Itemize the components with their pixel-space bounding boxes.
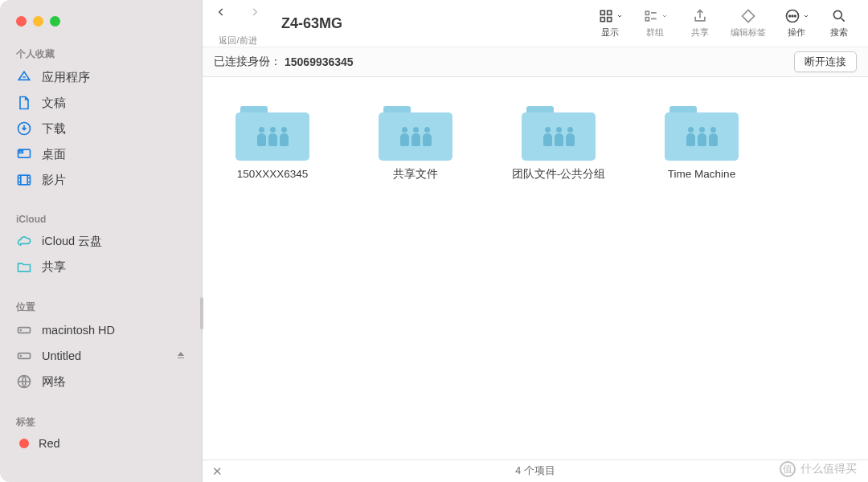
svg-rect-11: [600, 18, 604, 22]
folder-grid: 150XXXX6345 共享文件 团队文件-公共分组 Time Machine: [203, 77, 868, 460]
window-controls: [0, 16, 202, 27]
toolbar-label: 群组: [646, 27, 664, 39]
fullscreen-icon[interactable]: [50, 16, 60, 27]
watermark: 值 什么值得买: [780, 461, 857, 477]
hdd-icon: [16, 348, 32, 364]
shared-folder-icon: [522, 106, 596, 161]
shared-folder-icon: [16, 259, 32, 275]
item-count: 4 个项目: [515, 464, 555, 478]
shared-folder-icon: [665, 106, 739, 161]
sidebar-item-network[interactable]: 网络: [0, 369, 202, 394]
folder-name: 团队文件-公共分组: [512, 167, 606, 182]
sidebar-item-macintosh-hd[interactable]: macintosh HD: [0, 317, 202, 343]
folder-name: Time Machine: [668, 167, 735, 182]
folder-item[interactable]: 共享文件: [363, 106, 468, 182]
view-mode-button[interactable]: 显示: [590, 8, 630, 39]
globe-icon: [16, 374, 32, 390]
sidebar-item-label: Untitled: [42, 349, 81, 362]
sidebar-item-label: macintosh HD: [42, 324, 115, 337]
toolbar-label: 显示: [601, 27, 619, 39]
svg-rect-12: [607, 18, 611, 22]
svg-point-7: [20, 356, 21, 357]
sidebar-item-label: iCloud 云盘: [42, 234, 102, 249]
sidebar-item-label: 文稿: [42, 96, 66, 111]
sidebar-item-tag-red[interactable]: Red: [0, 432, 202, 455]
edit-tags-button[interactable]: 编辑标签: [725, 8, 772, 39]
close-icon[interactable]: [16, 16, 27, 27]
sidebar-item-downloads[interactable]: 下载: [0, 116, 202, 141]
sidebar-item-icloud-drive[interactable]: iCloud 云盘: [0, 228, 202, 254]
main-pane: 返回/前进 Z4-63MG 显示 群组 共享 编辑标签: [203, 0, 868, 482]
sidebar-item-label: Red: [39, 437, 60, 450]
sidebar-item-untitled[interactable]: Untitled: [0, 343, 202, 369]
search-button[interactable]: 搜索: [821, 8, 857, 39]
sidebar-item-label: 网络: [42, 374, 66, 390]
sidebar-item-apps[interactable]: 应用程序: [0, 64, 202, 90]
window-title: Z4-63MG: [281, 15, 585, 32]
svg-point-5: [20, 330, 21, 331]
toolbar-label: 搜索: [830, 27, 848, 39]
sidebar: 个人收藏 应用程序 文稿 下载 桌面 影片 iCloud iCloud 云盘 共…: [0, 0, 203, 482]
path-bar-close-icon[interactable]: ✕: [212, 464, 223, 479]
folder-item[interactable]: 150XXXX6345: [220, 106, 325, 182]
sidebar-section-favourites: 个人收藏: [0, 41, 202, 64]
sidebar-resize-handle[interactable]: [200, 297, 203, 329]
desktop-icon: [16, 146, 32, 162]
watermark-text: 什么值得买: [800, 462, 857, 476]
action-button[interactable]: 操作: [776, 8, 817, 39]
svg-point-18: [794, 15, 796, 17]
sidebar-item-label: 共享: [42, 259, 66, 275]
doc-icon: [16, 95, 32, 111]
eject-icon[interactable]: [176, 349, 186, 362]
cloud-icon: [16, 233, 32, 249]
sidebar-item-label: 应用程序: [42, 70, 90, 85]
download-icon: [16, 120, 32, 137]
svg-point-17: [792, 15, 793, 17]
svg-rect-9: [600, 10, 604, 14]
hdd-icon: [16, 322, 32, 338]
forward-button[interactable]: [245, 0, 264, 34]
svg-rect-2: [19, 151, 23, 153]
folder-item[interactable]: 团队文件-公共分组: [506, 106, 611, 182]
sidebar-section-icloud: iCloud: [0, 207, 202, 228]
minimize-icon[interactable]: [33, 16, 43, 27]
movie-icon: [16, 172, 32, 188]
sidebar-section-locations: 位置: [0, 294, 202, 317]
toolbar-label: 共享: [691, 27, 709, 39]
status-bar: ✕ 4 个项目 值 什么值得买: [203, 460, 868, 482]
sidebar-item-label: 影片: [42, 173, 66, 188]
folder-name: 共享文件: [393, 167, 438, 182]
watermark-logo-icon: 值: [780, 461, 796, 477]
svg-rect-13: [645, 11, 649, 14]
sidebar-item-documents[interactable]: 文稿: [0, 90, 202, 116]
svg-point-16: [788, 15, 790, 17]
folder-name: 150XXXX6345: [237, 167, 309, 182]
sidebar-item-shared[interactable]: 共享: [0, 254, 202, 280]
sidebar-item-desktop[interactable]: 桌面: [0, 141, 202, 167]
toolbar-label: 编辑标签: [731, 27, 766, 39]
tag-red-icon: [19, 439, 29, 448]
shared-folder-icon: [235, 106, 309, 161]
svg-rect-3: [18, 175, 31, 185]
group-button[interactable]: 群组: [635, 8, 675, 39]
share-button[interactable]: 共享: [680, 8, 720, 39]
sidebar-item-movies[interactable]: 影片: [0, 167, 202, 193]
connection-prefix: 已连接身份：: [214, 55, 281, 69]
toolbar: 返回/前进 Z4-63MG 显示 群组 共享 编辑标签: [203, 0, 868, 47]
svg-rect-14: [645, 18, 649, 21]
apps-icon: [16, 69, 32, 85]
svg-point-19: [833, 10, 841, 18]
disconnect-button[interactable]: 断开连接: [794, 51, 857, 72]
back-button[interactable]: [211, 0, 231, 34]
sidebar-section-tags: 标签: [0, 409, 202, 432]
nav-label: 返回/前进: [219, 35, 256, 47]
sidebar-item-label: 桌面: [42, 147, 66, 162]
toolbar-label: 操作: [788, 27, 805, 39]
shared-folder-icon: [379, 106, 452, 161]
connection-bar: 已连接身份： 15069936345 断开连接: [203, 47, 868, 77]
svg-rect-10: [607, 10, 611, 14]
connection-identity: 15069936345: [285, 55, 354, 68]
folder-item[interactable]: Time Machine: [649, 106, 754, 182]
sidebar-item-label: 下载: [42, 121, 66, 137]
